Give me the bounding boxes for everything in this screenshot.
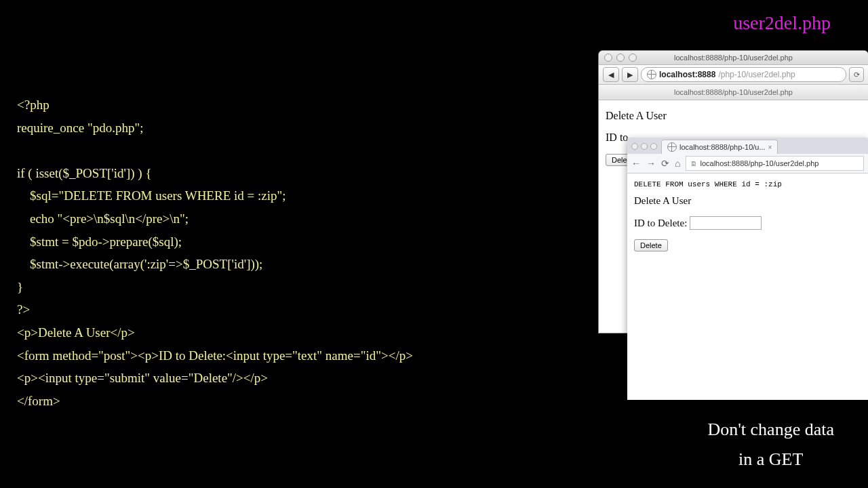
- traffic-lights: [599, 54, 637, 62]
- delete-button[interactable]: Delete: [634, 239, 668, 251]
- slide: user2del.php <?php require_once "pdo.php…: [0, 0, 868, 488]
- globe-icon: [647, 70, 656, 79]
- home-button[interactable]: ⌂: [675, 158, 680, 169]
- close-dot-icon[interactable]: [604, 54, 612, 62]
- chrome-tab-bar: localhost:8888/php-10/u... ×: [627, 138, 868, 154]
- forward-button[interactable]: ▶: [622, 67, 638, 82]
- safari-titlebar: localhost:8888/php-10/user2del.php: [599, 51, 868, 65]
- footer-note: Don't change data in a GET: [707, 415, 834, 474]
- safari-tab-bar: localhost:8888/php-10/user2del.php: [599, 85, 868, 100]
- minimize-dot-icon[interactable]: [616, 54, 625, 62]
- form-row: ID to Delete:: [634, 216, 861, 230]
- page-heading: Delete A User: [606, 110, 861, 122]
- page-heading: Delete A User: [634, 195, 861, 207]
- id-input[interactable]: [690, 216, 762, 230]
- address-path: /php-10/user2del.php: [718, 70, 795, 79]
- chrome-toolbar: ← → ⟳ ⌂ 🗎 localhost:8888/php-10/user2del…: [627, 154, 868, 174]
- id-label: ID to: [606, 131, 628, 143]
- zoom-dot-icon[interactable]: [650, 143, 657, 150]
- tab-label[interactable]: localhost:8888/php-10/user2del.php: [674, 88, 793, 96]
- minimize-dot-icon[interactable]: [641, 143, 648, 150]
- tab-close-icon[interactable]: ×: [768, 144, 772, 151]
- footer-line-2: in a GET: [707, 445, 834, 474]
- reload-button[interactable]: ⟳: [849, 67, 864, 82]
- close-dot-icon[interactable]: [631, 143, 638, 150]
- php-code-listing: <?php require_once "pdo.php"; if ( isset…: [17, 94, 413, 412]
- chrome-window: localhost:8888/php-10/u... × ← → ⟳ ⌂ 🗎 l…: [627, 138, 868, 400]
- page-icon: 🗎: [690, 160, 697, 167]
- sql-echo-output: DELETE FROM users WHERE id = :zip: [634, 180, 861, 188]
- back-button[interactable]: ←: [631, 158, 641, 169]
- reload-button[interactable]: ⟳: [661, 158, 669, 169]
- forward-button[interactable]: →: [646, 158, 656, 169]
- window-title: localhost:8888/php-10/user2del.php: [599, 54, 868, 62]
- chrome-page-body: DELETE FROM users WHERE id = :zip Delete…: [627, 174, 868, 266]
- id-label: ID to Delete:: [634, 218, 687, 228]
- browser-tab[interactable]: localhost:8888/php-10/u... ×: [661, 140, 778, 154]
- filename-title: user2del.php: [733, 12, 831, 34]
- back-button[interactable]: ◀: [603, 67, 619, 82]
- address-host: localhost:8888: [659, 70, 715, 79]
- tab-title: localhost:8888/php-10/u...: [679, 143, 766, 151]
- address-bar[interactable]: 🗎 localhost:8888/php-10/user2del.php: [686, 156, 864, 171]
- footer-line-1: Don't change data: [707, 415, 834, 445]
- url-text: localhost:8888/php-10/user2del.php: [700, 159, 818, 167]
- favicon-globe-icon: [667, 142, 677, 152]
- address-bar[interactable]: localhost:8888/php-10/user2del.php: [641, 67, 846, 82]
- traffic-lights: [629, 143, 661, 154]
- safari-toolbar: ◀ ▶ localhost:8888/php-10/user2del.php ⟳: [599, 65, 868, 85]
- zoom-dot-icon[interactable]: [629, 54, 637, 62]
